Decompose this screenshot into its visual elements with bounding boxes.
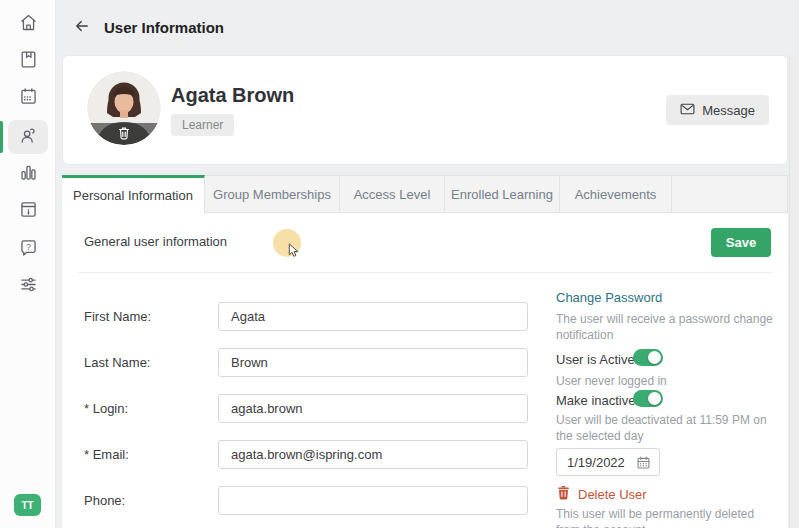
phone-label: Phone:: [84, 493, 125, 508]
section-divider: [78, 272, 772, 273]
avatar[interactable]: [87, 71, 161, 145]
tab-bar: Personal Information Group Memberships A…: [62, 175, 788, 213]
mouse-cursor-icon: [288, 243, 300, 259]
book-icon: [18, 49, 39, 74]
user-active-toggle[interactable]: [633, 349, 663, 366]
sidebar-item-kiosk[interactable]: [8, 194, 48, 228]
sidebar-item-users[interactable]: [8, 120, 48, 154]
user-active-note: User never logged in: [556, 373, 778, 389]
email-field[interactable]: [218, 440, 528, 469]
deactivation-date-field[interactable]: 1/19/2022: [556, 448, 660, 476]
login-field[interactable]: [218, 394, 528, 423]
login-label: * Login:: [84, 401, 128, 416]
user-active-label: User is Active:: [556, 352, 638, 367]
change-password-link[interactable]: Change Password: [556, 290, 662, 305]
sidebar: ? TT: [0, 0, 56, 528]
account-avatar-badge[interactable]: TT: [14, 494, 41, 516]
tab-bar-filler: [672, 175, 788, 213]
user-name: Agata Brown: [171, 84, 294, 107]
make-inactive-label: Make inactive:: [556, 393, 639, 408]
role-badge: Learner: [171, 114, 234, 136]
first-name-label: First Name:: [84, 309, 151, 324]
sliders-icon: [18, 274, 39, 299]
kiosk-icon: [18, 199, 39, 224]
tab-label: Enrolled Learning: [451, 187, 553, 202]
arrow-left-icon: [73, 17, 91, 39]
email-label: * Email:: [84, 447, 129, 462]
tab-label: Group Memberships: [213, 187, 331, 202]
sidebar-item-settings[interactable]: [8, 269, 48, 303]
tab-label: Personal Information: [73, 188, 193, 203]
tab-label: Achievements: [575, 187, 657, 202]
change-password-note: The user will receive a password change …: [556, 311, 778, 343]
envelope-icon: [680, 103, 695, 118]
trash-icon: [556, 485, 571, 504]
tab-access-level[interactable]: Access Level: [340, 175, 445, 213]
users-icon: [18, 125, 39, 150]
delete-user-note: This user will be permanently deleted fr…: [556, 506, 778, 528]
page-header: User Information: [56, 0, 799, 55]
tab-personal-information[interactable]: Personal Information: [62, 175, 205, 213]
deactivation-date-value: 1/19/2022: [567, 455, 625, 470]
sidebar-item-calendar[interactable]: [8, 81, 48, 115]
last-name-label: Last Name:: [84, 355, 150, 370]
tab-group-memberships[interactable]: Group Memberships: [205, 175, 340, 213]
first-name-field[interactable]: [218, 302, 528, 331]
help-chat-icon: ?: [18, 237, 39, 262]
home-icon: [18, 12, 39, 37]
personal-information-panel: General user information Save First Name…: [62, 213, 788, 528]
phone-field[interactable]: [218, 486, 528, 515]
svg-text:?: ?: [26, 241, 31, 251]
scroll-gutter: [789, 55, 799, 528]
save-button[interactable]: Save: [711, 228, 771, 257]
delete-user-button[interactable]: Delete User: [556, 485, 647, 504]
sidebar-item-help[interactable]: ?: [8, 232, 48, 266]
section-title: General user information: [84, 234, 227, 249]
sidebar-item-home[interactable]: [8, 7, 48, 41]
bar-chart-icon: [18, 162, 39, 187]
user-information-page: ? TT User Information: [0, 0, 799, 528]
back-button[interactable]: [68, 14, 96, 42]
message-button[interactable]: Message: [666, 95, 769, 125]
make-inactive-toggle[interactable]: [633, 390, 663, 407]
sidebar-active-indicator: [0, 121, 3, 153]
message-button-label: Message: [702, 103, 755, 118]
delete-user-label: Delete User: [578, 487, 647, 502]
user-card: Agata Brown Learner Message: [62, 55, 788, 165]
toggle-knob: [648, 392, 661, 405]
toggle-knob: [648, 351, 661, 364]
calendar-icon: [18, 86, 39, 111]
make-inactive-note: User will be deactivated at 11:59 PM on …: [556, 412, 778, 444]
page-title: User Information: [104, 19, 224, 36]
tab-achievements[interactable]: Achievements: [560, 175, 672, 213]
tab-enrolled-learning[interactable]: Enrolled Learning: [445, 175, 560, 213]
last-name-field[interactable]: [218, 348, 528, 377]
sidebar-item-learning[interactable]: [8, 44, 48, 78]
tab-label: Access Level: [354, 187, 431, 202]
sidebar-item-reports[interactable]: [8, 157, 48, 191]
